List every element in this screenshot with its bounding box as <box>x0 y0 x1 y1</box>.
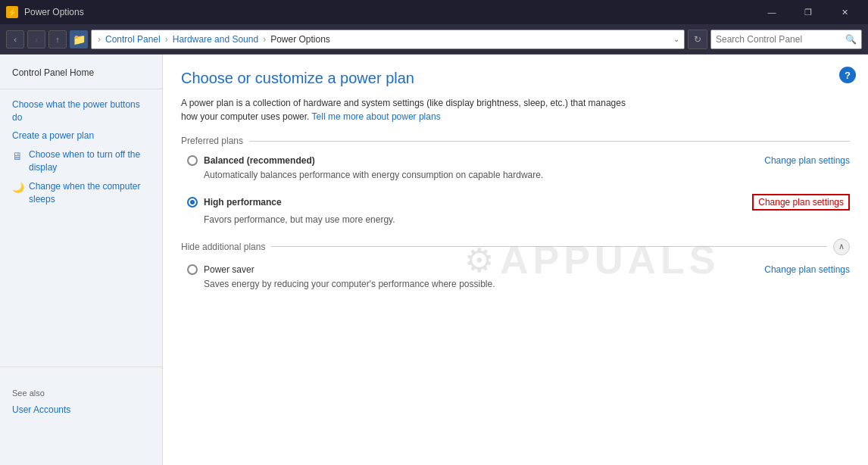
additional-plans-header: Hide additional plans ∧ <box>181 239 850 255</box>
power-options-icon: ⚡ <box>6 6 18 18</box>
content-description: A power plan is a collection of hardware… <box>181 96 628 123</box>
sidebar-home-label: Control Panel Home <box>12 67 94 80</box>
main-container: Control Panel Home Choose what the power… <box>0 55 868 465</box>
plan-high-performance-header: High performance Change plan settings <box>187 194 850 211</box>
preferred-plans-label: Preferred plans <box>181 136 243 146</box>
title-bar-controls: — ❐ ✕ <box>754 0 862 24</box>
sidebar-item-user-accounts[interactable]: User Accounts <box>0 401 163 420</box>
search-input[interactable] <box>716 34 842 45</box>
minimize-button[interactable]: — <box>754 0 789 24</box>
address-sep2: › <box>165 34 168 45</box>
address-hardware-sound[interactable]: Hardware and Sound <box>173 34 258 45</box>
plan-balanced-label[interactable]: Balanced (recommended) <box>187 155 315 166</box>
page-title: Choose or customize a power plan <box>181 70 850 87</box>
sidebar-item-sleep-settings[interactable]: 🌙 Change when the computer sleeps <box>0 177 162 209</box>
refresh-button[interactable]: ↻ <box>688 30 707 49</box>
plan-power-saver-name: Power saver <box>204 264 254 275</box>
preferred-plans-header: Preferred plans <box>181 136 850 146</box>
address-bar: › Control Panel › Hardware and Sound › P… <box>91 30 685 49</box>
help-button[interactable]: ? <box>839 67 856 83</box>
folder-icon: 📁 <box>70 30 88 48</box>
search-bar: 🔍 <box>710 30 862 49</box>
sidebar-label-sleep-settings: Change when the computer sleeps <box>29 180 150 206</box>
plan-balanced-description: Automatically balances performance with … <box>204 169 850 182</box>
close-button[interactable]: ✕ <box>827 0 862 24</box>
sidebar-item-create-power-plan[interactable]: Create a power plan <box>0 126 162 145</box>
plan-balanced: Balanced (recommended) Change plan setti… <box>181 155 850 182</box>
title-bar-left: ⚡ Power Options <box>6 6 84 18</box>
nav-bar: ‹ › ↑ 📁 › Control Panel › Hardware and S… <box>0 24 868 55</box>
sidebar-item-choose-power-buttons[interactable]: Choose what the power buttons do <box>0 95 162 127</box>
monitor-icon: 🖥 <box>12 149 24 161</box>
sidebar-label-choose-power-buttons: Choose what the power buttons do <box>12 98 150 124</box>
forward-button[interactable]: › <box>27 30 45 48</box>
plan-power-saver-change-link[interactable]: Change plan settings <box>764 264 850 275</box>
sidebar-item-turn-off-display[interactable]: 🖥 Choose when to turn off the display <box>0 145 162 177</box>
additional-plans-line <box>271 246 827 247</box>
plan-balanced-header: Balanced (recommended) Change plan setti… <box>187 155 850 166</box>
sidebar-see-also: See also User Accounts <box>0 360 163 420</box>
additional-plans-chevron[interactable]: ∧ <box>833 239 850 255</box>
address-power-options: Power Options <box>270 34 330 45</box>
sidebar-see-also-title: See also <box>0 373 163 401</box>
plan-high-performance-label[interactable]: High performance <box>187 197 282 208</box>
up-button[interactable]: ↑ <box>48 30 67 48</box>
plan-power-saver: Power saver Change plan settings Saves e… <box>181 264 850 291</box>
preferred-plans-line <box>249 141 850 142</box>
sidebar-divider-1 <box>0 89 162 89</box>
plan-high-performance-description: Favors performance, but may use more ene… <box>204 214 850 226</box>
learn-more-link[interactable]: Tell me more about power plans <box>312 111 441 122</box>
sidebar-label-create-power-plan: Create a power plan <box>12 130 94 142</box>
sidebar-label-turn-off-display: Choose when to turn off the display <box>29 148 150 174</box>
maximize-button[interactable]: ❐ <box>791 0 826 24</box>
plan-balanced-change-link[interactable]: Change plan settings <box>764 155 850 166</box>
plan-high-performance: High performance Change plan settings Fa… <box>181 194 850 226</box>
title-bar: ⚡ Power Options — ❐ ✕ <box>0 0 868 24</box>
plan-balanced-name: Balanced (recommended) <box>204 155 315 166</box>
address-dropdown[interactable]: ⌄ <box>673 35 679 43</box>
plan-high-performance-change-link[interactable]: Change plan settings <box>752 194 850 211</box>
plan-power-saver-header: Power saver Change plan settings <box>187 264 850 275</box>
back-button[interactable]: ‹ <box>6 30 24 48</box>
sidebar-label-user-accounts: User Accounts <box>12 404 70 417</box>
content-area: ? Choose or customize a power plan A pow… <box>163 55 868 465</box>
plan-high-performance-name: High performance <box>204 197 282 208</box>
title-bar-title: Power Options <box>24 7 84 17</box>
search-icon[interactable]: 🔍 <box>845 34 857 45</box>
plan-high-performance-radio[interactable] <box>187 197 198 208</box>
sidebar-home[interactable]: Control Panel Home <box>0 64 162 83</box>
address-sep3: › <box>263 34 266 45</box>
additional-plans-label: Hide additional plans <box>181 242 265 252</box>
sidebar-divider-2 <box>0 367 163 367</box>
plan-power-saver-label[interactable]: Power saver <box>187 264 254 275</box>
plan-power-saver-radio[interactable] <box>187 264 198 275</box>
plan-balanced-radio[interactable] <box>187 155 198 166</box>
address-sep1: › <box>98 34 101 45</box>
address-control-panel[interactable]: Control Panel <box>105 34 161 45</box>
plan-power-saver-description: Saves energy by reducing your computer's… <box>204 278 850 291</box>
sleep-icon: 🌙 <box>12 181 24 193</box>
sidebar: Control Panel Home Choose what the power… <box>0 55 163 465</box>
